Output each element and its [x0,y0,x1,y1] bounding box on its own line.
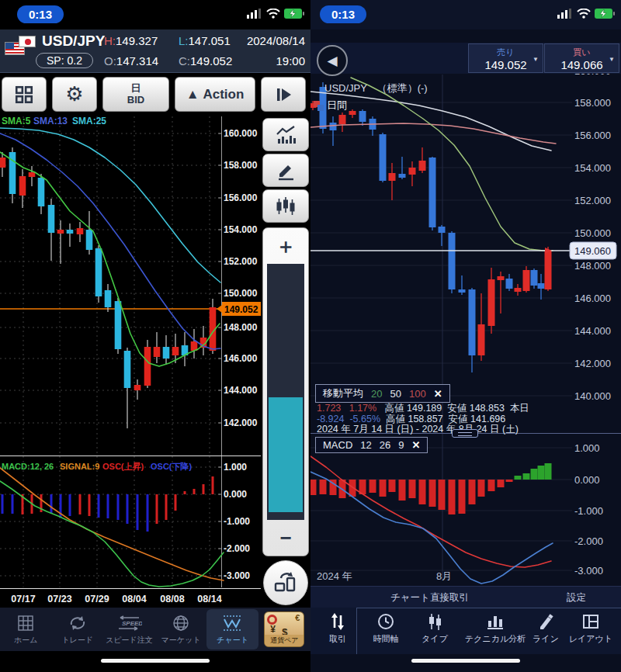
nav-item-line[interactable]: ライン [528,613,564,645]
svg-text:-1.000: -1.000 [574,505,603,517]
svg-text:140.000: 140.000 [574,390,611,402]
currency-pair-icon: € ¥ $ 通貨ペア [264,611,304,647]
svg-text:07/17: 07/17 [11,594,35,604]
nav-item-layout[interactable]: レイアウト [567,613,615,645]
bid-period-button[interactable]: 日BID [102,77,169,112]
footer-action-row: チャート直接取引 設定 [310,586,621,608]
quote-header: USD/JPY SP: 0.2 H:149.327 L:147.051 2024… [0,29,310,73]
svg-text:8月: 8月 [436,570,452,582]
signal-strength-icon [557,8,573,22]
svg-text:158.000: 158.000 [574,97,611,109]
svg-text:160.000: 160.000 [574,74,611,77]
nav-item-home[interactable]: ホーム [0,608,52,651]
svg-text:SPEED: SPEED [122,620,142,627]
nav-item-market[interactable]: マーケット [155,608,207,651]
nav-item-currency-pair[interactable]: € ¥ $ 通貨ペア [258,608,310,651]
battery-charging-icon [284,8,304,22]
sell-price: 149.052 [469,58,543,71]
chart-tool-panel: ＋ − [262,118,309,605]
svg-text:08/14: 08/14 [197,594,221,604]
nav-item-timeframe[interactable]: 時間軸 [366,613,405,645]
svg-text:160.000: 160.000 [224,128,258,139]
nav-item-type[interactable]: タイプ [414,613,456,645]
status-time: 0:13 [320,5,366,23]
sell-button[interactable]: 売り 149.052 ▼ [468,43,543,73]
wifi-icon [577,8,591,22]
nav-item-chart[interactable]: チャート [206,609,258,649]
zoom-scrollbar-track[interactable] [267,264,304,520]
svg-text:158.000: 158.000 [224,160,258,171]
nav-item-speed-order[interactable]: SPEED スピード注文 [103,608,155,651]
home-indicator[interactable] [411,659,520,663]
layout-grid-button[interactable] [2,77,47,112]
svg-text:0.000: 0.000 [224,489,247,500]
svg-text:SMA:25: SMA:25 [72,116,106,126]
back-arrow-icon: ◀ [327,53,337,69]
candle-type-icon [426,613,443,630]
left-bottom-nav: ホーム トレード SPEED スピード注文 マーケット チャート [0,608,310,651]
wifi-icon [266,8,280,22]
bar-chart-icon [486,613,505,630]
candle-type-button[interactable] [262,189,309,223]
spread-pill: SP: 0.2 [36,53,93,68]
settings-gear-button[interactable]: ⚙ [52,77,97,112]
close-icon[interactable]: ✕ [434,388,442,400]
svg-text:07/29: 07/29 [85,594,109,604]
zoom-out-button[interactable]: − [263,520,308,556]
chart-direct-trade-link[interactable]: チャート直接取引 [390,591,469,604]
left-price-chart[interactable]: 160.000158.000156.000154.000152.000150.0… [0,115,261,608]
svg-text:144.000: 144.000 [224,385,258,396]
draw-pencil-button[interactable] [262,154,309,187]
dual-screenshot: 0:13 USD/JPY SP: 0.2 H:149.327 L:147.051… [0,0,621,672]
left-trading-app: 0:13 USD/JPY SP: 0.2 H:149.327 L:147.051… [0,0,310,672]
svg-text:-2.000: -2.000 [574,535,603,547]
svg-text:148.000: 148.000 [574,260,611,272]
macd-badge[interactable]: MACD 12 26 9 ✕ [315,437,428,453]
buy-button[interactable]: 買い 149.066 ▼ [544,43,619,73]
right-price-chart[interactable]: 160.000158.000156.000154.000152.000150.0… [310,74,621,586]
action-triangle-icon: ▲ [186,87,199,102]
up-down-arrows-icon [330,613,345,630]
svg-text:156.000: 156.000 [574,130,611,141]
zoom-scrollbar-thumb[interactable] [269,397,303,512]
settings-link[interactable]: 設定 [567,591,586,604]
low-quote: L:147.051 [179,34,231,47]
nav-item-technical-analysis[interactable]: テクニカル分析 [462,613,529,645]
timeframe-badge[interactable]: 日間 [314,99,347,113]
svg-text:146.000: 146.000 [574,293,611,304]
svg-text:150.000: 150.000 [224,288,258,299]
svg-text:152.000: 152.000 [224,256,258,267]
left-status-bar: 0:13 [0,0,310,29]
back-button[interactable]: ◀ [317,45,348,76]
chart-w-icon [223,614,243,632]
home-indicator[interactable] [101,659,210,663]
japan-flag-icon [19,36,36,47]
svg-text:154.000: 154.000 [224,224,258,235]
zoom-in-button[interactable]: ＋ [263,228,308,264]
nav-item-trade[interactable]: トレード [52,608,104,651]
close-quote: C:149.052 [179,54,232,68]
layout-icon [582,613,599,630]
nav-item-trade[interactable]: 取引 [320,613,356,645]
rotate-device-button[interactable] [263,560,308,605]
speed-icon: SPEED [116,614,142,632]
svg-text:150.000: 150.000 [574,227,611,239]
moving-average-badge[interactable]: 移動平均 20 50 100 ✕ [315,384,450,403]
indicator-chart-button[interactable] [262,118,309,151]
panel-resize-handle[interactable] [452,429,478,438]
action-button[interactable]: ▲Action [175,77,255,112]
signal-strength-icon [247,8,262,22]
svg-text:SIGNAL:9: SIGNAL:9 [60,462,99,471]
svg-text:0.000: 0.000 [574,474,600,486]
currency-pair-label: 通貨ペア [265,635,304,646]
svg-text:1.000: 1.000 [224,462,247,473]
svg-text:OSC(下降): OSC(下降) [151,462,193,471]
bid-label: BID [127,95,144,106]
pencil-icon [537,613,554,630]
svg-text:OSC(上昇): OSC(上昇) [102,462,144,471]
status-time: 0:13 [17,5,64,23]
close-icon[interactable]: ✕ [411,439,420,451]
step-forward-button[interactable] [261,77,306,112]
date-range-line: 2024 年 7月 14 日 (日) - 2024 年 8月 24 日 (土) [317,423,519,436]
caret-down-icon: ▼ [609,56,615,63]
